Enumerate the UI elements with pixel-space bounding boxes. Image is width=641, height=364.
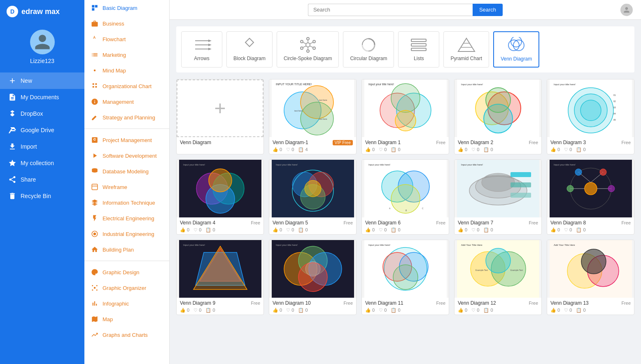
center-nav-map-label: Map: [103, 316, 113, 322]
diagram-card-venn-6[interactable]: Input your title here! A B C Venn Diagra…: [361, 159, 449, 235]
category-pyramid-chart[interactable]: Pyramid Chart: [443, 31, 489, 68]
venn-12-likes: 👍 0: [458, 308, 467, 313]
venn-11-info: Venn Diagram 11 Free 👍 0 ♡ 0 📋 0: [362, 298, 449, 315]
venn-11-thumb: Input your title here!: [362, 240, 449, 298]
category-block-diagram[interactable]: Block Diagram: [226, 31, 273, 68]
center-nav-industrial-engineering[interactable]: Industrial Engineering: [84, 226, 169, 242]
sidebar-item-recycle-bin[interactable]: Recycle Bin: [0, 188, 84, 204]
venn-5-thumb: Input your title here!: [269, 160, 356, 217]
venn-8-favorites: ♡ 0: [564, 227, 572, 233]
dropbox-icon: [8, 110, 16, 118]
venn-6-stats: 👍 0 ♡ 0 📋 0: [365, 227, 445, 233]
sidebar-item-import[interactable]: Import: [0, 138, 84, 155]
category-bar: Arrows Block Diagram: [176, 26, 634, 72]
venn-1-info: Venn Diagram-1 VIP Free 👍 0 ♡ 0 📋 4: [269, 137, 356, 154]
topbar-user-icon[interactable]: [620, 4, 633, 16]
svg-marker-18: [245, 38, 254, 47]
center-nav-graphic-design[interactable]: Graphic Design: [84, 264, 169, 280]
center-nav-information-technique[interactable]: Information Technique: [84, 195, 169, 210]
svg-point-8: [92, 285, 93, 286]
venn-12-thumb: Add Your Title Here Example Text Example…: [455, 240, 541, 298]
diagram-card-venn-4[interactable]: Input your title here! Venn Diagram 4 Fr…: [176, 159, 264, 235]
center-nav-building-plan[interactable]: Building Plan: [84, 242, 169, 257]
center-nav-org-chart[interactable]: Organizational Chart: [84, 78, 169, 94]
sidebar-item-my-documents[interactable]: My Documents: [0, 89, 84, 105]
diagram-card-venn-2[interactable]: Input your title here! Venn Diagram 2 Fr…: [454, 79, 542, 154]
diagram-card-venn-7[interactable]: Input your title here! Venn Diagram 7 Fr…: [454, 159, 542, 235]
center-nav-wireframe-label: Wireframe: [103, 184, 127, 190]
venn-3-name: Venn Diagram 3: [550, 140, 586, 145]
venn-2-badge: Free: [529, 140, 538, 145]
svg-text:INPUT YOUR TITLE HERE!: INPUT YOUR TITLE HERE!: [276, 83, 312, 86]
center-nav-basic-diagram[interactable]: Basic Diagram: [84, 0, 169, 16]
center-nav-mind-map[interactable]: Mind Map: [84, 63, 169, 78]
center-nav-business[interactable]: Business: [84, 16, 169, 31]
svg-text:C: C: [422, 207, 424, 210]
svg-point-113: [305, 261, 320, 276]
venn-11-copies: 📋 0: [391, 308, 400, 313]
category-circular-diagram[interactable]: Circular Diagram: [343, 31, 394, 68]
diagram-card-venn-5[interactable]: Input your title here! Venn Diagram 5 Fr…: [269, 159, 357, 235]
add-new-card[interactable]: + Venn Diagram: [176, 79, 264, 154]
center-nav-management[interactable]: Management: [84, 94, 169, 110]
category-circle-spoke[interactable]: Circle-Spoke Diagram: [277, 31, 339, 68]
add-plus-icon: +: [214, 98, 226, 118]
venn-4-thumb: Input your title here!: [177, 160, 263, 217]
diagram-card-venn-13[interactable]: Add Your Title Here Venn Diagram 13 Free…: [547, 240, 634, 315]
svg-text:05: 05: [613, 119, 616, 121]
category-lists[interactable]: Lists: [398, 31, 439, 68]
center-nav-strategy-label: Strategy and Planning: [103, 114, 155, 121]
diagram-card-venn-3[interactable]: Input your title here! 01 02 03 04 05 Ve…: [547, 79, 634, 154]
svg-rect-91: [510, 182, 531, 187]
diagram-card-venn-10[interactable]: Input your title here! Venn Diagram 10 F…: [269, 240, 357, 315]
sidebar-item-dropbox[interactable]: DropBox: [0, 105, 84, 122]
center-nav-graphic-organizer[interactable]: Graphic Organizer: [84, 280, 169, 296]
center-nav-wireframe[interactable]: Wireframe: [84, 179, 169, 195]
category-arrows[interactable]: Arrows: [181, 31, 222, 68]
diagram-card-venn-1[interactable]: INPUT YOUR TITLE HERE! text here text he…: [269, 79, 357, 154]
user-icon: [33, 33, 51, 51]
diagram-card-venn-8[interactable]: Input your title here!: [547, 159, 634, 235]
category-venn-diagram[interactable]: Venn Diagram: [493, 31, 539, 68]
venn-6-thumb: Input your title here! A B C: [362, 160, 449, 217]
sidebar-item-share[interactable]: Share: [0, 171, 84, 188]
center-nav-flowchart-label: Flowchart: [103, 36, 126, 42]
svg-text:01: 01: [613, 94, 616, 96]
venn-9-thumb: Input your title here!: [177, 240, 263, 298]
venn-7-stats: 👍 0 ♡ 0 📋 0: [458, 227, 538, 233]
sidebar-item-new[interactable]: New: [0, 72, 84, 89]
svg-text:text here: text here: [319, 118, 327, 120]
diagram-card-venn-1b[interactable]: Input your title here! Venn Diagram 1 Fr…: [361, 79, 449, 154]
center-nav-graphs-and-charts[interactable]: Graphs and Charts: [84, 327, 169, 343]
center-nav-database-modeling[interactable]: Database Modeling: [84, 163, 169, 179]
diagram-card-venn-12[interactable]: Add Your Title Here Example Text Example…: [454, 240, 542, 315]
svg-point-53: [395, 110, 416, 131]
svg-point-122: [486, 248, 510, 273]
diagram-card-venn-9[interactable]: Input your title here! Venn Diagram 9 Fr…: [176, 240, 264, 315]
diagram-card-venn-11[interactable]: Input your title here! Venn Diagram 11 F…: [361, 240, 449, 315]
collection-icon: [8, 159, 16, 167]
center-nav-electrical-engineering[interactable]: Electrical Engineering: [84, 210, 169, 226]
venn-7-badge: Free: [529, 220, 538, 225]
venn-1b-thumb: Input your title here!: [362, 79, 449, 137]
sidebar-item-google-drive[interactable]: Google Drive: [0, 122, 84, 138]
venn-6-favorites: ♡ 0: [379, 227, 387, 233]
venn-8-copies: 📋 0: [576, 227, 585, 233]
add-card-info: Venn Diagram: [177, 137, 263, 147]
venn-8-likes: 👍 0: [550, 227, 560, 233]
center-nav-flowchart[interactable]: Flowchart: [84, 31, 169, 47]
sidebar-item-my-collection[interactable]: My collection: [0, 155, 84, 171]
center-nav-project-management[interactable]: Project Management: [84, 132, 169, 148]
search-button[interactable]: Search: [473, 4, 503, 16]
venn-4-stats: 👍 0 ♡ 0 📋 0: [180, 227, 260, 233]
svg-point-23: [313, 40, 315, 43]
venn-6-badge: Free: [436, 220, 445, 225]
search-input[interactable]: [308, 4, 473, 16]
center-nav-map[interactable]: Map: [84, 311, 169, 327]
center-nav-infographic[interactable]: Infographic: [84, 296, 169, 311]
center-nav-strategy[interactable]: Strategy and Planning: [84, 110, 169, 125]
nav-divider-1: [84, 128, 169, 129]
center-nav-marketing[interactable]: Marketing: [84, 47, 169, 63]
app-logo: D edraw max: [0, 0, 84, 23]
center-nav-software-development[interactable]: Software Development: [84, 148, 169, 163]
